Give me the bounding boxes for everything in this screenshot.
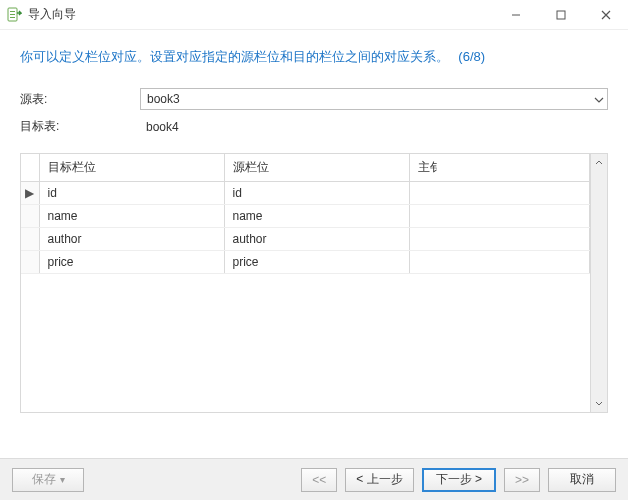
save-label: 保存 — [32, 471, 56, 488]
title-bar: 导入向导 — [0, 0, 628, 30]
row-indicator — [21, 205, 39, 228]
cell-target[interactable]: name — [39, 205, 224, 228]
target-table-value: book4 — [140, 120, 179, 134]
table-row[interactable]: ▶idid — [21, 182, 590, 205]
target-table-row: 目标表: book4 — [20, 118, 608, 135]
cell-pk[interactable] — [409, 205, 590, 228]
table-row[interactable]: namename — [21, 205, 590, 228]
svg-rect-3 — [10, 17, 15, 18]
scroll-down-icon[interactable] — [591, 395, 607, 412]
svg-rect-4 — [557, 11, 565, 19]
first-button[interactable]: << — [301, 468, 337, 492]
maximize-button[interactable] — [538, 0, 583, 30]
column-mapping-table-wrap: 目标栏位 源栏位 主钅 ▶ididnamenameauthorauthorpri… — [21, 154, 590, 412]
table-row[interactable]: authorauthor — [21, 228, 590, 251]
source-table-label: 源表: — [20, 91, 140, 108]
cell-source[interactable]: author — [224, 228, 409, 251]
column-mapping-table[interactable]: 目标栏位 源栏位 主钅 ▶ididnamenameauthorauthorpri… — [21, 154, 590, 274]
cell-target[interactable]: author — [39, 228, 224, 251]
cell-pk[interactable] — [409, 251, 590, 274]
scrollbar-track[interactable] — [591, 171, 607, 395]
cell-target[interactable]: price — [39, 251, 224, 274]
table-row[interactable]: priceprice — [21, 251, 590, 274]
wizard-footer: 保存 ▾ << < 上一步 下一步 > >> 取消 — [0, 458, 628, 500]
target-table-label: 目标表: — [20, 118, 140, 135]
prev-button[interactable]: < 上一步 — [345, 468, 413, 492]
step-indicator: (6/8) — [458, 49, 485, 64]
cancel-button[interactable]: 取消 — [548, 468, 616, 492]
table-header-row: 目标栏位 源栏位 主钅 — [21, 154, 590, 182]
col-header-target[interactable]: 目标栏位 — [39, 154, 224, 182]
last-button[interactable]: >> — [504, 468, 540, 492]
cell-source[interactable]: price — [224, 251, 409, 274]
save-button[interactable]: 保存 ▾ — [12, 468, 84, 492]
minimize-button[interactable] — [493, 0, 538, 30]
current-row-icon: ▶ — [25, 186, 34, 200]
close-button[interactable] — [583, 0, 628, 30]
col-header-source[interactable]: 源栏位 — [224, 154, 409, 182]
window-title: 导入向导 — [28, 6, 493, 23]
svg-rect-1 — [10, 11, 15, 12]
source-table-row: 源表: book3 — [20, 88, 608, 110]
svg-rect-2 — [10, 14, 15, 15]
scroll-up-icon[interactable] — [591, 154, 607, 171]
cell-pk[interactable] — [409, 182, 590, 205]
row-indicator — [21, 228, 39, 251]
next-button[interactable]: 下一步 > — [422, 468, 496, 492]
wizard-content: 你可以定义栏位对应。设置对应指定的源栏位和目的栏位之间的对应关系。 (6/8) … — [0, 30, 628, 413]
row-indicator — [21, 251, 39, 274]
vertical-scrollbar[interactable] — [590, 154, 607, 412]
row-indicator: ▶ — [21, 182, 39, 205]
description-text: 你可以定义栏位对应。设置对应指定的源栏位和目的栏位之间的对应关系。 — [20, 49, 449, 64]
cell-target[interactable]: id — [39, 182, 224, 205]
cell-source[interactable]: id — [224, 182, 409, 205]
wizard-description: 你可以定义栏位对应。设置对应指定的源栏位和目的栏位之间的对应关系。 (6/8) — [20, 48, 608, 66]
chevron-down-icon: ▾ — [60, 474, 65, 485]
col-header-pk[interactable]: 主钅 — [409, 154, 590, 182]
app-icon — [6, 7, 22, 23]
cell-pk[interactable] — [409, 228, 590, 251]
cell-source[interactable]: name — [224, 205, 409, 228]
source-table-select-wrap: book3 — [140, 88, 608, 110]
nav-buttons: << < 上一步 下一步 > >> 取消 — [301, 468, 616, 492]
column-mapping-panel: 目标栏位 源栏位 主钅 ▶ididnamenameauthorauthorpri… — [20, 153, 608, 413]
source-table-select[interactable]: book3 — [140, 88, 608, 110]
